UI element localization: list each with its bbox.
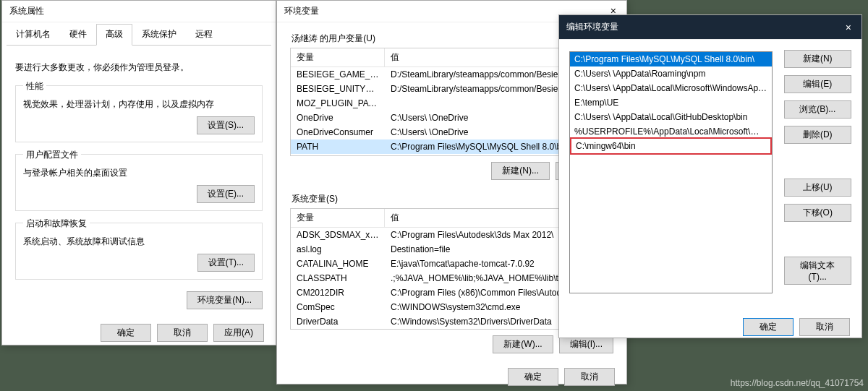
userprofile-group: 用户配置文件 与登录帐户相关的桌面设置 设置(E)... bbox=[15, 154, 263, 211]
system-properties-window: 系统属性 计算机名 硬件 高级 系统保护 远程 要进行大多数更改，你必须作为管理… bbox=[1, 0, 276, 345]
editenv-footer: 确定 取消 bbox=[559, 311, 861, 346]
editenv-ok-button[interactable]: 确定 bbox=[743, 318, 793, 336]
list-item[interactable]: C:\mingw64\bin bbox=[570, 137, 772, 155]
tab-computer-name[interactable]: 计算机名 bbox=[7, 24, 60, 45]
editenv-title: 编辑环境变量 bbox=[566, 21, 618, 33]
editenv-titlebar: 编辑环境变量 × bbox=[559, 15, 861, 40]
list-item[interactable]: C:\Program Files\MySQL\MySQL Shell 8.0\b… bbox=[570, 52, 772, 66]
path-edit-button[interactable]: 编辑(E) bbox=[784, 75, 851, 93]
env-vars-button[interactable]: 环境变量(N)... bbox=[187, 291, 263, 309]
tab-remote[interactable]: 远程 bbox=[186, 24, 222, 45]
watermark: https://blog.csdn.net/qq_41071754 bbox=[731, 378, 864, 388]
sysprops-footer: 确定 取消 应用(A) bbox=[2, 317, 276, 352]
close-icon[interactable]: × bbox=[843, 22, 854, 33]
userprof-settings-button[interactable]: 设置(E)... bbox=[197, 185, 255, 203]
userprof-desc: 与登录帐户相关的桌面设置 bbox=[23, 167, 255, 179]
path-moveup-button[interactable]: 上移(U) bbox=[784, 179, 851, 197]
perf-legend: 性能 bbox=[23, 80, 46, 93]
sys-new-button[interactable]: 新建(W)... bbox=[493, 335, 553, 353]
envvars-title: 环境变量 bbox=[284, 5, 319, 17]
startup-legend: 启动和故障恢复 bbox=[23, 218, 90, 230]
editenv-cancel-button[interactable]: 取消 bbox=[799, 318, 850, 336]
path-delete-button[interactable]: 删除(D) bbox=[784, 126, 851, 144]
startup-group: 启动和故障恢复 系统启动、系统故障和调试信息 设置(T)... bbox=[15, 223, 263, 280]
editenv-side-buttons: 新建(N) 编辑(E) 浏览(B)... 删除(D) 上移(U) 下移(O) 编… bbox=[784, 44, 851, 301]
sysprops-cancel-button[interactable]: 取消 bbox=[157, 324, 208, 342]
sysprops-apply-button[interactable]: 应用(A) bbox=[213, 324, 264, 342]
list-item[interactable]: C:\Users\ \AppData\Roaming\npm bbox=[570, 66, 772, 81]
tab-advanced[interactable]: 高级 bbox=[96, 24, 132, 46]
list-item[interactable]: C:\Users\ \AppData\Local\GitHubDesktop\b… bbox=[570, 110, 772, 124]
edit-env-window: 编辑环境变量 × C:\Program Files\MySQL\MySQL Sh… bbox=[558, 14, 862, 338]
path-movedown-button[interactable]: 下移(O) bbox=[784, 204, 851, 222]
list-item[interactable]: %USERPROFILE%\AppData\Local\Microsoft\Wi… bbox=[570, 124, 772, 139]
path-list[interactable]: C:\Program Files\MySQL\MySQL Shell 8.0\b… bbox=[569, 51, 773, 293]
sysprops-tabs: 计算机名 硬件 高级 系统保护 远程 bbox=[7, 24, 271, 46]
admin-info: 要进行大多数更改，你必须作为管理员登录。 bbox=[15, 61, 263, 74]
performance-group: 性能 视觉效果，处理器计划，内存使用，以及虚拟内存 设置(S)... bbox=[15, 85, 263, 142]
envvars-cancel-button[interactable]: 取消 bbox=[564, 368, 615, 386]
userprof-legend: 用户配置文件 bbox=[23, 149, 81, 161]
path-edittext-button[interactable]: 编辑文本(T)... bbox=[784, 257, 851, 285]
editenv-body: C:\Program Files\MySQL\MySQL Shell 8.0\b… bbox=[559, 40, 861, 311]
startup-desc: 系统启动、系统故障和调试信息 bbox=[23, 236, 255, 248]
tab-system-protection[interactable]: 系统保护 bbox=[132, 24, 186, 45]
path-new-button[interactable]: 新建(N) bbox=[784, 50, 851, 68]
startup-settings-button[interactable]: 设置(T)... bbox=[197, 254, 255, 272]
sysprops-ok-button[interactable]: 确定 bbox=[101, 324, 151, 342]
perf-settings-button[interactable]: 设置(S)... bbox=[197, 116, 255, 134]
envvars-ok-button[interactable]: 确定 bbox=[508, 368, 558, 386]
list-item[interactable]: E:\temp\UE bbox=[570, 95, 772, 110]
perf-desc: 视觉效果，处理器计划，内存使用，以及虚拟内存 bbox=[23, 98, 255, 111]
list-item[interactable]: C:\Users\ \AppData\Local\Microsoft\Windo… bbox=[570, 81, 772, 95]
user-new-button[interactable]: 新建(N)... bbox=[491, 162, 550, 180]
sysprops-title: 系统属性 bbox=[2, 1, 276, 22]
path-browse-button[interactable]: 浏览(B)... bbox=[784, 100, 851, 119]
sysprops-panel: 要进行大多数更改，你必须作为管理员登录。 性能 视觉效果，处理器计划，内存使用，… bbox=[2, 46, 276, 317]
envvars-footer: 确定 取消 bbox=[277, 361, 626, 391]
tab-hardware[interactable]: 硬件 bbox=[60, 24, 96, 45]
